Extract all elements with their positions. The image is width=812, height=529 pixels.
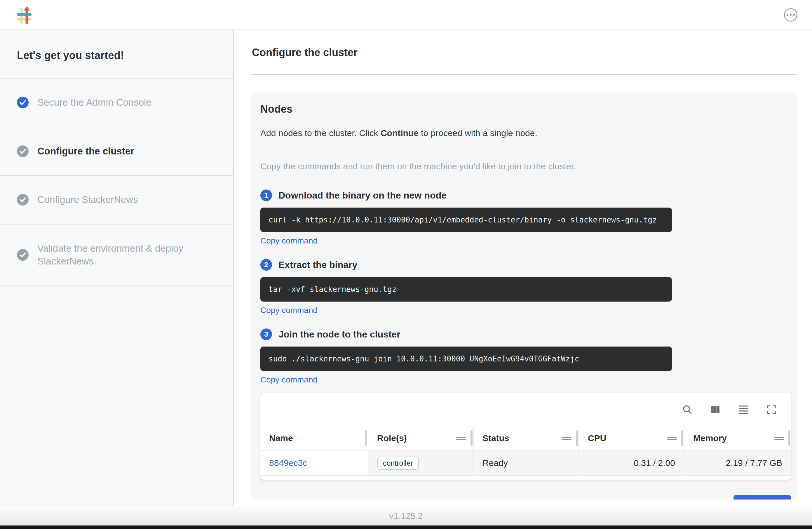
sidebar-item-label: Validate the environment & deploy Slacke… (38, 242, 216, 268)
ellipsis-icon (793, 14, 795, 16)
bottom-edge-strip (0, 526, 812, 529)
continue-row: Continue (260, 495, 791, 500)
check-circle-icon (17, 194, 29, 205)
nodes-card: Nodes Add nodes to the cluster. Click Co… (251, 92, 797, 500)
intro-suffix: to proceed with a single node. (419, 128, 537, 138)
drag-handle-icon[interactable] (456, 435, 466, 441)
column-header-label: Role(s) (377, 433, 407, 443)
step-3-command-block: sudo ./slackernews-gnu join 10.0.0.11:30… (260, 346, 672, 371)
step-3-label: Join the node to the cluster (278, 329, 401, 340)
column-resize-handle[interactable] (470, 430, 473, 446)
show-hide-columns-icon (710, 404, 721, 415)
check-circle-icon (17, 249, 29, 261)
column-resize-handle[interactable] (576, 430, 578, 446)
drag-handle-icon[interactable] (562, 435, 571, 441)
sidebar-item-configure-cluster[interactable]: Configure the cluster (0, 127, 233, 176)
version-text: v1.125.2 (389, 511, 423, 521)
ellipsis-icon (787, 14, 788, 16)
main-panel: Configure the cluster Nodes Add nodes to… (234, 30, 812, 506)
column-resize-handle[interactable] (681, 430, 683, 446)
step-3-header: 3 Join the node to the cluster (260, 328, 791, 340)
column-header-cpu[interactable]: CPU (579, 426, 684, 451)
check-circle-icon (17, 97, 29, 108)
step-2-command-block: tar -xvf slackernews-gnu.tgz (260, 277, 672, 302)
table-header-row: Name Role(s) Status (260, 426, 791, 451)
sidebar-title: Let's get you started! (0, 30, 233, 78)
setup-sidebar: Let's get you started! Secure the Admin … (0, 30, 234, 506)
column-resize-handle[interactable] (365, 430, 367, 446)
nodes-table-card: Name Role(s) Status (260, 393, 791, 480)
node-memory-cell: 2.19 / 7.77 GB (684, 451, 791, 475)
step-1-badge: 1 (260, 189, 272, 201)
content-area: Let's get you started! Secure the Admin … (0, 30, 812, 506)
step-1-command-block: curl -k https://10.0.0.11:30000/api/v1/e… (260, 208, 672, 232)
step-2-header: 2 Extract the binary (260, 259, 791, 271)
fullscreen-toggle-button[interactable] (766, 404, 777, 415)
intro-bold: Continue (381, 128, 419, 138)
check-circle-icon (17, 145, 29, 157)
column-resize-handle[interactable] (788, 430, 791, 446)
node-status-cell: Ready (474, 451, 579, 475)
sidebar-item-label: Configure SlackerNews (38, 193, 138, 206)
top-bar (0, 0, 812, 30)
slackernews-logo-icon (16, 5, 32, 24)
step-2-label: Extract the binary (278, 259, 357, 270)
app-window: Let's get you started! Secure the Admin … (0, 0, 812, 529)
copy-command-link-3[interactable]: Copy command (260, 375, 318, 385)
step-1-label: Download the binary on the new node (278, 190, 447, 201)
footer: v1.125.2 (0, 506, 812, 526)
table-row: 8849ec3c controller Ready 0.31 / 2.00 2.… (260, 451, 791, 475)
nodes-heading: Nodes (260, 103, 791, 115)
role-chip: controller (377, 457, 419, 470)
sidebar-item-secure-admin-console[interactable]: Secure the Admin Console (0, 78, 233, 127)
sidebar-item-label: Secure the Admin Console (38, 96, 151, 109)
sidebar-item-label: Configure the cluster (38, 145, 134, 158)
fullscreen-icon (766, 404, 777, 415)
intro-prefix: Add nodes to the cluster. Click (260, 128, 381, 138)
step-1-command-text: curl -k https://10.0.0.11:30000/api/v1/e… (269, 215, 657, 224)
column-header-memory[interactable]: Memory (684, 426, 791, 451)
step-2-badge: 2 (260, 259, 272, 271)
column-header-label: Memory (693, 433, 727, 443)
page-title: Configure the cluster (252, 46, 797, 59)
ellipsis-icon (790, 14, 792, 16)
density-toggle-button[interactable] (738, 404, 749, 415)
column-header-name[interactable]: Name (260, 426, 368, 451)
step-2-command-text: tar -xvf slackernews-gnu.tgz (269, 285, 396, 294)
nodes-intro: Add nodes to the cluster. Click Continue… (260, 128, 791, 138)
column-header-label: Name (269, 433, 293, 443)
drag-handle-icon[interactable] (667, 435, 677, 441)
copy-command-link-2[interactable]: Copy command (260, 306, 318, 315)
density-icon (738, 404, 749, 415)
column-header-roles[interactable]: Role(s) (368, 426, 474, 451)
drag-handle-icon[interactable] (774, 435, 784, 441)
show-hide-columns-button[interactable] (710, 404, 721, 415)
table-toolbar (260, 393, 791, 426)
column-header-label: Status (482, 433, 509, 443)
sidebar-item-validate-deploy[interactable]: Validate the environment & deploy Slacke… (0, 225, 233, 286)
continue-button[interactable]: Continue (734, 495, 791, 500)
node-roles-cell: controller (368, 451, 474, 475)
sidebar-item-configure-slackernews[interactable]: Configure SlackerNews (0, 176, 233, 225)
title-divider (251, 74, 797, 75)
node-name-link[interactable]: 8849ec3c (269, 458, 307, 468)
step-1-header: 1 Download the binary on the new node (260, 189, 791, 201)
table-search-button[interactable] (682, 404, 693, 415)
step-3-command-text: sudo ./slackernews-gnu join 10.0.0.11:30… (269, 354, 579, 363)
node-cpu-cell: 0.31 / 2.00 (579, 451, 684, 475)
menu-button[interactable] (784, 8, 797, 22)
column-header-label: CPU (588, 433, 606, 443)
column-header-status[interactable]: Status (474, 426, 579, 451)
node-name-cell: 8849ec3c (260, 451, 368, 475)
search-icon (682, 404, 693, 415)
step-3-badge: 3 (260, 328, 272, 340)
copy-command-link-1[interactable]: Copy command (260, 236, 318, 245)
copy-instruction-text: Copy the commands and run them on the ma… (260, 161, 791, 171)
